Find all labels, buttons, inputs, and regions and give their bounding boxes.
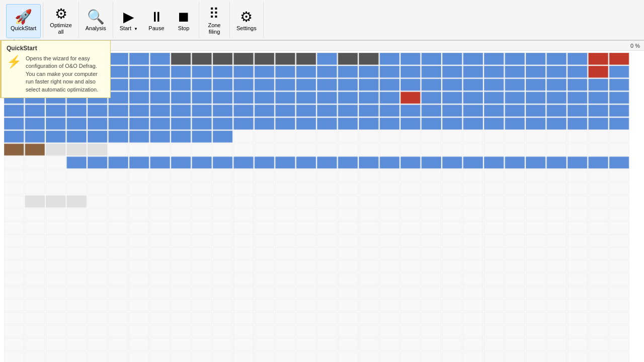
quickstart-tooltip-icon: ⚡ bbox=[7, 55, 22, 94]
zone-filing-icon: ⠿ bbox=[209, 7, 219, 21]
stop-label: Stop bbox=[178, 25, 190, 32]
start-button[interactable]: ▶ Start ▼ bbox=[115, 4, 142, 38]
pause-button[interactable]: ⏸ Pause bbox=[143, 4, 170, 38]
analysis-label: Analysis bbox=[86, 25, 106, 32]
pause-icon: ⏸ bbox=[149, 10, 164, 24]
stop-icon: ⏹ bbox=[177, 10, 191, 24]
zone-filing-label: Zone filing bbox=[208, 22, 220, 35]
settings-icon: ⚙ bbox=[240, 10, 253, 24]
start-dropdown-arrow: ▼ bbox=[134, 27, 138, 31]
start-icon: ▶ bbox=[123, 10, 134, 24]
zone-filing-button[interactable]: ⠿ Zone filing bbox=[201, 4, 227, 38]
quickstart-tooltip-body: ⚡ Opens the wizard for easy configuratio… bbox=[7, 55, 105, 94]
quickstart-label: QuickStart bbox=[11, 25, 36, 32]
zone-filing-group: ⠿ Zone filing bbox=[199, 2, 230, 38]
optimize-all-label: Optimize all bbox=[50, 22, 71, 35]
pause-label: Pause bbox=[148, 25, 164, 32]
disk-map-percent: 0 % bbox=[630, 43, 640, 49]
settings-label: Settings bbox=[236, 25, 257, 32]
toolbar: 🚀 QuickStart Quickstart ⚙ Optimize all 🔍… bbox=[0, 0, 644, 40]
quickstart-icon: 🚀 bbox=[15, 10, 32, 24]
stop-button[interactable]: ⏹ Stop bbox=[171, 4, 197, 38]
settings-button[interactable]: ⚙ Settings bbox=[232, 4, 261, 38]
quickstart-tooltip-text: Opens the wizard for easy configuration … bbox=[26, 55, 105, 94]
optimize-group: ⚙ Optimize all bbox=[43, 2, 78, 38]
settings-group: ⚙ Settings bbox=[230, 2, 264, 38]
analysis-button[interactable]: 🔍 Analysis bbox=[81, 4, 111, 38]
optimize-all-button[interactable]: ⚙ Optimize all bbox=[45, 4, 76, 38]
quickstart-tooltip: QuickStart ⚡ Opens the wizard for easy c… bbox=[0, 40, 111, 98]
main-content: QuickStart ⚡ Opens the wizard for easy c… bbox=[0, 40, 644, 362]
quickstart-tooltip-title: QuickStart bbox=[7, 45, 105, 52]
optimize-icon: ⚙ bbox=[55, 7, 67, 21]
start-label: Start ▼ bbox=[120, 25, 138, 32]
analysis-group: 🔍 Analysis bbox=[79, 2, 113, 38]
quickstart-group: 🚀 QuickStart Quickstart bbox=[4, 2, 43, 38]
playback-group: ▶ Start ▼ ⏸ Pause ⏹ Stop bbox=[113, 2, 199, 38]
disk-map-canvas bbox=[4, 53, 640, 362]
analysis-icon: 🔍 bbox=[87, 10, 105, 24]
quickstart-button[interactable]: 🚀 QuickStart bbox=[6, 4, 41, 38]
